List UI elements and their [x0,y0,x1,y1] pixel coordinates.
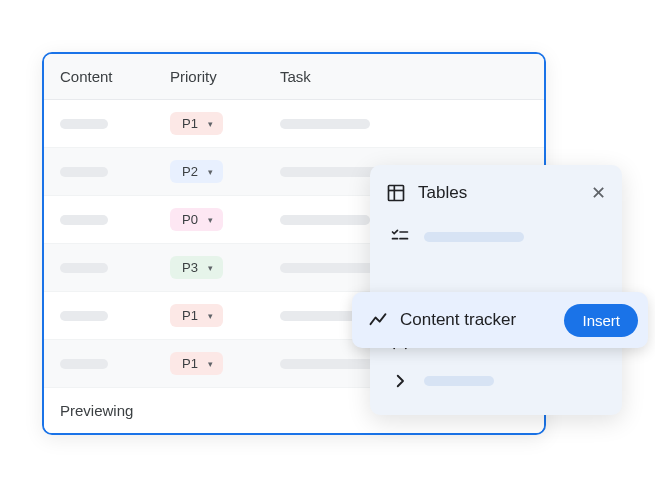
close-icon[interactable]: ✕ [591,184,606,202]
priority-chip[interactable]: P1▾ [170,112,223,135]
popup-item-content-tracker[interactable]: Content tracker Insert [352,292,648,348]
cell-content[interactable] [44,215,154,225]
column-header-content[interactable]: Content [44,54,154,99]
priority-chip[interactable]: P0▾ [170,208,223,231]
cell-content[interactable] [44,359,154,369]
svg-rect-0 [389,186,404,201]
cell-content[interactable] [44,263,154,273]
table-row[interactable]: P1▾ [44,100,544,148]
table-icon [386,183,406,203]
priority-chip[interactable]: P1▾ [170,352,223,375]
priority-label: P1 [182,308,198,323]
trend-icon [368,310,388,330]
chevron-down-icon: ▾ [208,167,213,177]
priority-label: P1 [182,116,198,131]
cell-priority[interactable]: P1▾ [154,112,264,135]
content-placeholder [60,215,108,225]
content-placeholder [60,359,108,369]
priority-label: P0 [182,212,198,227]
cell-priority[interactable]: P1▾ [154,304,264,327]
task-placeholder [280,215,370,225]
priority-chip[interactable]: P3▾ [170,256,223,279]
priority-chip[interactable]: P2▾ [170,160,223,183]
chevron-down-icon: ▾ [208,311,213,321]
chevron-down-icon: ▾ [208,119,213,129]
tables-popup: Tables ✕ [370,165,622,415]
content-placeholder [60,263,108,273]
cell-priority[interactable]: P0▾ [154,208,264,231]
cell-task[interactable] [264,119,544,129]
cell-priority[interactable]: P2▾ [154,160,264,183]
priority-chip[interactable]: P1▾ [170,304,223,327]
chevron-down-icon: ▾ [208,215,213,225]
content-placeholder [60,167,108,177]
priority-label: P2 [182,164,198,179]
table-header-row: Content Priority Task [44,54,544,100]
popup-item-placeholder [424,232,524,242]
chevron-down-icon: ▾ [208,359,213,369]
popup-item-more[interactable] [370,361,622,401]
cell-priority[interactable]: P3▾ [154,256,264,279]
cell-content[interactable] [44,167,154,177]
popup-title: Tables [418,183,579,203]
popup-header: Tables ✕ [370,175,622,217]
chevron-down-icon: ▾ [208,263,213,273]
popup-item-label: Content tracker [400,310,552,330]
content-placeholder [60,311,108,321]
priority-label: P3 [182,260,198,275]
priority-label: P1 [182,356,198,371]
task-placeholder [280,119,370,129]
content-placeholder [60,119,108,129]
insert-button[interactable]: Insert [564,304,638,337]
popup-item-placeholder [424,376,494,386]
cell-priority[interactable]: P1▾ [154,352,264,375]
column-header-priority[interactable]: Priority [154,54,264,99]
column-header-task[interactable]: Task [264,54,544,99]
popup-item-checklist[interactable] [370,217,622,257]
checklist-icon [390,227,410,247]
cell-content[interactable] [44,119,154,129]
chevron-right-icon [390,371,410,391]
cell-content[interactable] [44,311,154,321]
